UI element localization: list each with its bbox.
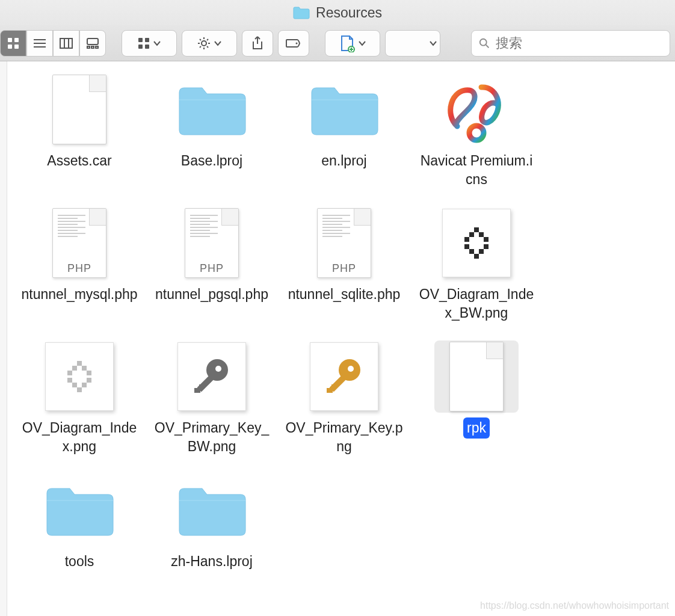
file-item[interactable]: OV_Primary_Key_BW.png: [146, 340, 278, 457]
svg-rect-50: [82, 383, 87, 387]
sidebar-handle[interactable]: [0, 61, 7, 616]
svg-line-30: [486, 45, 489, 48]
new-doc-dropdown[interactable]: [325, 30, 380, 57]
svg-rect-35: [464, 237, 469, 242]
svg-rect-51: [77, 387, 82, 392]
svg-rect-33: [469, 232, 474, 237]
gallery-view-button[interactable]: [79, 30, 106, 57]
action-dropdown[interactable]: [182, 30, 237, 57]
svg-line-24: [207, 46, 208, 48]
svg-rect-12: [91, 46, 94, 48]
tags-button[interactable]: [278, 30, 309, 57]
file-item[interactable]: PHPntunnel_pgsql.php: [146, 207, 278, 324]
file-item[interactable]: rpk: [410, 340, 543, 457]
icon-view-button[interactable]: [0, 30, 26, 57]
file-item[interactable]: Base.lproj: [146, 73, 278, 190]
file-icon: [302, 73, 386, 146]
svg-line-25: [200, 46, 201, 48]
file-label: OV_Diagram_Index_BW.png: [413, 284, 540, 324]
file-item[interactable]: PHPntunnel_mysql.php: [13, 207, 146, 324]
search-box[interactable]: [471, 30, 670, 57]
svg-rect-0: [8, 38, 12, 42]
file-label: Base.lproj: [177, 150, 246, 171]
svg-rect-7: [60, 38, 72, 48]
file-icon: [37, 73, 122, 146]
file-label: OV_Diagram_Index.png: [16, 417, 143, 457]
file-item[interactable]: tools: [13, 474, 146, 572]
search-input[interactable]: [496, 35, 662, 51]
svg-point-18: [202, 41, 206, 46]
svg-rect-48: [87, 378, 91, 383]
file-icon: [37, 340, 122, 413]
file-label: ntunnel_mysql.php: [17, 284, 141, 305]
watermark: https://blog.csdn.net/whowhowhoisimporta…: [480, 600, 669, 611]
svg-rect-11: [87, 46, 90, 48]
columns-icon: [59, 37, 73, 49]
file-label: rpk: [463, 417, 490, 439]
svg-rect-37: [464, 244, 469, 249]
file-item[interactable]: Navicat Premium.icns: [410, 73, 543, 190]
column-view-button[interactable]: [53, 30, 79, 57]
folder-icon: [293, 6, 310, 19]
file-item[interactable]: zh-Hans.lproj: [146, 474, 278, 572]
svg-rect-42: [77, 361, 82, 366]
file-label: en.lproj: [318, 150, 370, 171]
file-label: ntunnel_sqlite.php: [285, 284, 404, 305]
svg-rect-61: [331, 384, 336, 389]
file-label: Navicat Premium.icns: [413, 150, 540, 190]
file-icon: PHP: [170, 207, 254, 279]
svg-rect-44: [82, 366, 87, 371]
chevron-down-icon: [153, 40, 161, 46]
file-label: ntunnel_pgsql.php: [152, 284, 272, 305]
file-item[interactable]: en.lproj: [278, 73, 410, 190]
svg-rect-15: [145, 38, 149, 42]
file-item[interactable]: PHPntunnel_sqlite.php: [278, 207, 410, 324]
list-view-button[interactable]: [26, 30, 53, 57]
chevron-down-icon: [214, 40, 222, 46]
svg-rect-13: [96, 46, 98, 48]
svg-line-23: [200, 39, 201, 40]
svg-point-58: [348, 366, 354, 372]
svg-point-53: [215, 366, 221, 372]
file-label: Assets.car: [43, 150, 115, 171]
file-grid-area[interactable]: Assets.car Base.lproj en.lproj Navicat P…: [7, 61, 675, 616]
svg-point-27: [296, 42, 298, 44]
view-switcher: [0, 30, 106, 57]
search-icon: [479, 37, 490, 49]
empty-dropdown[interactable]: [385, 30, 440, 57]
file-icon: [434, 73, 519, 146]
group-dropdown[interactable]: [122, 30, 177, 57]
file-item[interactable]: OV_Primary_Key.png: [278, 340, 410, 457]
file-item[interactable]: OV_Diagram_Index.png: [13, 340, 146, 457]
chevron-down-icon: [429, 40, 437, 46]
file-label: OV_Primary_Key_BW.png: [149, 417, 275, 457]
grid-icon: [137, 37, 150, 50]
svg-rect-34: [479, 232, 484, 237]
svg-rect-1: [14, 38, 19, 42]
svg-rect-47: [67, 378, 72, 383]
svg-rect-32: [474, 227, 479, 232]
svg-rect-56: [199, 384, 204, 389]
svg-rect-45: [67, 371, 72, 375]
file-grid: Assets.car Base.lproj en.lproj Navicat P…: [13, 73, 669, 589]
svg-rect-43: [72, 366, 77, 371]
file-item[interactable]: OV_Diagram_Index_BW.png: [410, 207, 543, 324]
file-label: zh-Hans.lproj: [167, 551, 256, 572]
svg-rect-10: [87, 38, 98, 45]
file-icon: PHP: [302, 207, 386, 279]
svg-rect-14: [138, 38, 143, 42]
svg-rect-41: [474, 254, 479, 259]
new-document-icon: [339, 34, 356, 52]
svg-rect-49: [72, 383, 77, 387]
file-label: tools: [61, 551, 98, 572]
file-icon: [434, 340, 519, 413]
list-icon: [32, 37, 47, 49]
chevron-down-icon: [358, 40, 366, 46]
share-button[interactable]: [242, 30, 273, 57]
toolbar: [0, 25, 675, 61]
file-item[interactable]: Assets.car: [13, 73, 146, 190]
svg-rect-46: [87, 371, 91, 375]
gear-icon: [197, 36, 211, 51]
svg-rect-16: [138, 45, 143, 49]
grid-icon: [7, 37, 20, 50]
